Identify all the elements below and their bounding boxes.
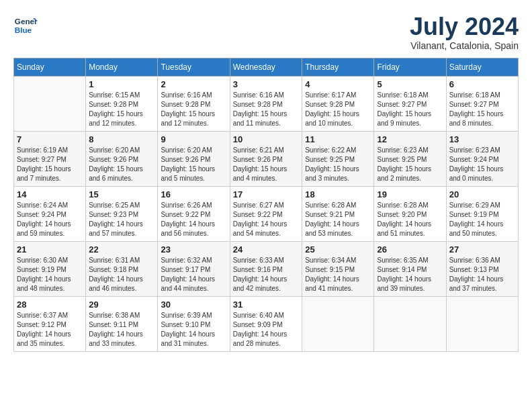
day-info: Sunrise: 6:33 AM Sunset: 9:16 PM Dayligh… [233, 256, 300, 293]
day-number: 14 [17, 189, 83, 199]
calendar-day-cell: 27Sunrise: 6:36 AM Sunset: 9:13 PM Dayli… [446, 241, 518, 296]
calendar-day-cell: 23Sunrise: 6:32 AM Sunset: 9:17 PM Dayli… [158, 241, 230, 296]
day-number: 4 [305, 79, 371, 89]
day-number: 13 [449, 134, 515, 144]
day-number: 12 [377, 134, 443, 144]
day-number: 9 [161, 134, 226, 144]
logo: General Blue [13, 13, 38, 38]
day-number: 3 [233, 79, 300, 89]
calendar-day-cell [374, 296, 446, 351]
calendar-week-row: 1Sunrise: 6:15 AM Sunset: 9:28 PM Daylig… [14, 76, 519, 131]
day-number: 10 [233, 134, 300, 144]
weekday-header: Thursday [302, 58, 374, 76]
day-number: 2 [161, 79, 226, 89]
weekday-header: Wednesday [230, 58, 302, 76]
logo-icon: General Blue [13, 13, 38, 38]
calendar-day-cell: 16Sunrise: 6:26 AM Sunset: 9:22 PM Dayli… [158, 186, 230, 241]
calendar-day-cell: 8Sunrise: 6:20 AM Sunset: 9:26 PM Daylig… [86, 131, 158, 186]
day-number: 23 [161, 244, 226, 255]
calendar-day-cell: 13Sunrise: 6:23 AM Sunset: 9:24 PM Dayli… [446, 131, 518, 186]
page-header: General Blue July 2024 Vilanant, Catalon… [13, 13, 519, 51]
day-info: Sunrise: 6:38 AM Sunset: 9:11 PM Dayligh… [89, 311, 154, 349]
calendar-week-row: 14Sunrise: 6:24 AM Sunset: 9:24 PM Dayli… [14, 186, 519, 241]
day-info: Sunrise: 6:16 AM Sunset: 9:28 PM Dayligh… [161, 91, 226, 128]
day-info: Sunrise: 6:27 AM Sunset: 9:22 PM Dayligh… [233, 201, 300, 238]
day-number: 16 [161, 189, 226, 199]
title-block: July 2024 Vilanant, Catalonia, Spain [410, 13, 519, 51]
calendar-day-cell [446, 296, 518, 351]
calendar-day-cell: 12Sunrise: 6:23 AM Sunset: 9:25 PM Dayli… [374, 131, 446, 186]
calendar-table: SundayMondayTuesdayWednesdayThursdayFrid… [13, 58, 519, 352]
calendar-week-row: 7Sunrise: 6:19 AM Sunset: 9:27 PM Daylig… [14, 131, 519, 186]
day-number: 5 [377, 79, 443, 89]
calendar-day-cell: 19Sunrise: 6:28 AM Sunset: 9:20 PM Dayli… [374, 186, 446, 241]
day-info: Sunrise: 6:28 AM Sunset: 9:20 PM Dayligh… [377, 201, 443, 238]
day-number: 19 [377, 189, 443, 199]
day-info: Sunrise: 6:34 AM Sunset: 9:15 PM Dayligh… [305, 256, 371, 293]
day-info: Sunrise: 6:17 AM Sunset: 9:28 PM Dayligh… [305, 91, 371, 128]
calendar-day-cell: 28Sunrise: 6:37 AM Sunset: 9:12 PM Dayli… [14, 296, 86, 351]
calendar-day-cell: 2Sunrise: 6:16 AM Sunset: 9:28 PM Daylig… [158, 76, 230, 131]
day-number: 31 [233, 300, 300, 310]
calendar-day-cell: 22Sunrise: 6:31 AM Sunset: 9:18 PM Dayli… [86, 241, 158, 296]
day-info: Sunrise: 6:20 AM Sunset: 9:26 PM Dayligh… [161, 146, 226, 183]
day-info: Sunrise: 6:26 AM Sunset: 9:22 PM Dayligh… [161, 201, 226, 238]
day-info: Sunrise: 6:16 AM Sunset: 9:28 PM Dayligh… [233, 91, 300, 128]
calendar-day-cell: 31Sunrise: 6:40 AM Sunset: 9:09 PM Dayli… [230, 296, 302, 351]
calendar-day-cell: 14Sunrise: 6:24 AM Sunset: 9:24 PM Dayli… [14, 186, 86, 241]
calendar-day-cell [14, 76, 86, 131]
day-info: Sunrise: 6:25 AM Sunset: 9:23 PM Dayligh… [89, 201, 154, 238]
day-number: 11 [305, 134, 371, 144]
day-number: 8 [89, 134, 154, 144]
day-info: Sunrise: 6:40 AM Sunset: 9:09 PM Dayligh… [233, 311, 300, 349]
day-info: Sunrise: 6:37 AM Sunset: 9:12 PM Dayligh… [17, 311, 83, 349]
calendar-week-row: 28Sunrise: 6:37 AM Sunset: 9:12 PM Dayli… [14, 296, 519, 351]
calendar-week-row: 21Sunrise: 6:30 AM Sunset: 9:19 PM Dayli… [14, 241, 519, 296]
calendar-day-cell: 6Sunrise: 6:18 AM Sunset: 9:27 PM Daylig… [446, 76, 518, 131]
day-number: 29 [89, 300, 154, 310]
day-info: Sunrise: 6:20 AM Sunset: 9:26 PM Dayligh… [89, 146, 154, 183]
day-info: Sunrise: 6:23 AM Sunset: 9:24 PM Dayligh… [449, 146, 515, 183]
day-number: 18 [305, 189, 371, 199]
calendar-day-cell: 15Sunrise: 6:25 AM Sunset: 9:23 PM Dayli… [86, 186, 158, 241]
day-number: 15 [89, 189, 154, 199]
calendar-day-cell: 9Sunrise: 6:20 AM Sunset: 9:26 PM Daylig… [158, 131, 230, 186]
calendar-day-cell: 30Sunrise: 6:39 AM Sunset: 9:10 PM Dayli… [158, 296, 230, 351]
day-number: 28 [17, 300, 83, 310]
day-number: 26 [377, 244, 443, 255]
day-number: 30 [161, 300, 226, 310]
day-info: Sunrise: 6:18 AM Sunset: 9:27 PM Dayligh… [377, 91, 443, 128]
svg-text:General: General [15, 17, 38, 26]
day-number: 21 [17, 244, 83, 255]
day-info: Sunrise: 6:30 AM Sunset: 9:19 PM Dayligh… [17, 256, 83, 293]
day-number: 24 [233, 244, 300, 255]
day-number: 7 [17, 134, 83, 144]
day-info: Sunrise: 6:24 AM Sunset: 9:24 PM Dayligh… [17, 201, 83, 238]
day-info: Sunrise: 6:19 AM Sunset: 9:27 PM Dayligh… [17, 146, 83, 183]
calendar-day-cell: 1Sunrise: 6:15 AM Sunset: 9:28 PM Daylig… [86, 76, 158, 131]
day-info: Sunrise: 6:22 AM Sunset: 9:25 PM Dayligh… [305, 146, 371, 183]
day-info: Sunrise: 6:29 AM Sunset: 9:19 PM Dayligh… [449, 201, 515, 238]
calendar-day-cell: 25Sunrise: 6:34 AM Sunset: 9:15 PM Dayli… [302, 241, 374, 296]
weekday-header: Sunday [14, 58, 86, 76]
day-number: 17 [233, 189, 300, 199]
day-info: Sunrise: 6:18 AM Sunset: 9:27 PM Dayligh… [449, 91, 515, 128]
calendar-day-cell [302, 296, 374, 351]
weekday-header-row: SundayMondayTuesdayWednesdayThursdayFrid… [14, 58, 519, 76]
calendar-day-cell: 26Sunrise: 6:35 AM Sunset: 9:14 PM Dayli… [374, 241, 446, 296]
calendar-day-cell: 24Sunrise: 6:33 AM Sunset: 9:16 PM Dayli… [230, 241, 302, 296]
day-number: 22 [89, 244, 154, 255]
calendar-day-cell: 3Sunrise: 6:16 AM Sunset: 9:28 PM Daylig… [230, 76, 302, 131]
day-number: 25 [305, 244, 371, 255]
location: Vilanant, Catalonia, Spain [410, 40, 519, 51]
svg-text:Blue: Blue [15, 26, 32, 34]
calendar-day-cell: 17Sunrise: 6:27 AM Sunset: 9:22 PM Dayli… [230, 186, 302, 241]
day-info: Sunrise: 6:28 AM Sunset: 9:21 PM Dayligh… [305, 201, 371, 238]
weekday-header: Monday [86, 58, 158, 76]
weekday-header: Tuesday [158, 58, 230, 76]
calendar-day-cell: 4Sunrise: 6:17 AM Sunset: 9:28 PM Daylig… [302, 76, 374, 131]
day-info: Sunrise: 6:36 AM Sunset: 9:13 PM Dayligh… [449, 256, 515, 293]
day-info: Sunrise: 6:32 AM Sunset: 9:17 PM Dayligh… [161, 256, 226, 293]
weekday-header: Saturday [446, 58, 518, 76]
calendar-day-cell: 5Sunrise: 6:18 AM Sunset: 9:27 PM Daylig… [374, 76, 446, 131]
